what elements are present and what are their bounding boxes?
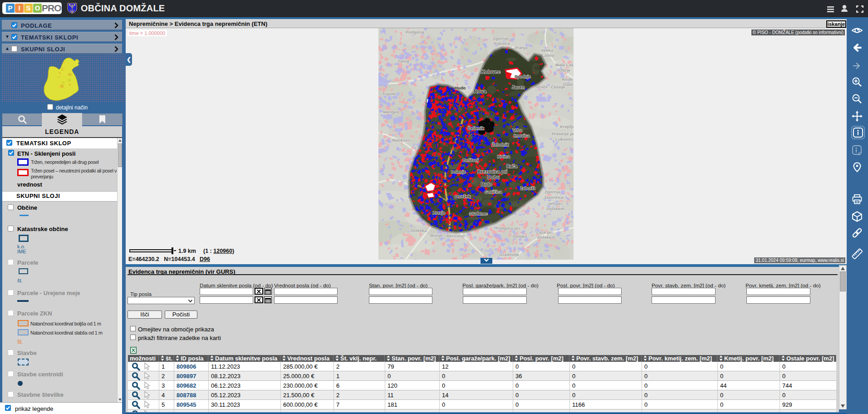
svg-text:Studenec: Studenec <box>469 212 488 216</box>
svg-text:Jasen: Jasen <box>512 85 525 90</box>
svg-text:Vrh pri: Vrh pri <box>548 201 562 206</box>
svg-text:Zalog: Zalog <box>397 59 409 64</box>
svg-text:Javoršica: Javoršica <box>544 195 564 200</box>
svg-text:Preserje pri: Preserje pri <box>552 131 574 136</box>
svg-text:Dolskem: Dolskem <box>546 206 564 211</box>
svg-text:Brdo: Brdo <box>481 182 492 187</box>
svg-text:Laze pri: Laze pri <box>536 230 553 235</box>
svg-text:Obrje: Obrje <box>559 68 570 73</box>
svg-text:Mengeš: Mengeš <box>383 109 399 114</box>
svg-text:Kolovec: Kolovec <box>481 69 500 74</box>
svg-text:Podgorje: Podgorje <box>406 30 424 34</box>
svg-text:Želodnik: Želodnik <box>492 142 509 147</box>
svg-text:Boštanj: Boštanj <box>463 158 479 163</box>
svg-text:Zaboršt: Zaboršt <box>520 186 535 191</box>
svg-text:Brezje: Brezje <box>433 211 445 215</box>
svg-text:Podgora pri: Podgora pri <box>495 226 520 231</box>
svg-text:Kreplje: Kreplje <box>560 124 574 129</box>
svg-text:Gradovlje: Gradovlje <box>499 252 519 257</box>
svg-text:Mala Lašna: Mala Lašna <box>555 62 574 67</box>
svg-text:Topole: Topole <box>382 91 396 96</box>
svg-text:Lukovici: Lukovici <box>555 137 573 142</box>
svg-text:Češenik: Češenik <box>467 126 484 131</box>
svg-text:Vrba: Vrba <box>513 128 522 133</box>
svg-text:Lašna: Lašna <box>542 53 554 58</box>
svg-text:Dobu: Dobu <box>487 174 500 180</box>
svg-text:Dolenje: Dolenje <box>451 170 466 174</box>
svg-text:Rova: Rova <box>474 89 487 94</box>
svg-text:Spodnje: Spodnje <box>515 74 531 79</box>
svg-text:Brezovica pri: Brezovica pri <box>477 169 507 174</box>
svg-text:Dolsko: Dolsko <box>513 234 527 239</box>
svg-text:Velika: Velika <box>541 48 554 53</box>
svg-text:Češnje: Češnje <box>551 84 565 89</box>
svg-text:Rode: Rode <box>562 77 573 82</box>
svg-text:1.9 km: 1.9 km <box>178 248 196 254</box>
svg-text:Goričica: Goričica <box>485 189 502 194</box>
svg-text:g: g <box>858 151 861 155</box>
svg-text:Brinje: Brinje <box>430 233 442 238</box>
svg-text:Vranja: Vranja <box>515 45 528 50</box>
svg-text:Beričevo: Beričevo <box>446 233 465 238</box>
svg-text:Krtina: Krtina <box>497 154 510 159</box>
svg-text:Zgornje: Zgornje <box>493 36 509 41</box>
svg-text:Ostržek: Ostržek <box>455 194 471 199</box>
svg-text:Imovica: Imovica <box>514 133 530 138</box>
svg-text:Palovče: Palovče <box>494 41 510 46</box>
svg-text:Soteska: Soteska <box>410 228 427 233</box>
svg-text:Hudo: Hudo <box>455 85 466 90</box>
svg-text:Mačkovci: Mačkovci <box>392 138 412 143</box>
svg-text:Dolskem: Dolskem <box>537 235 555 240</box>
svg-text:Rača: Rača <box>506 164 517 169</box>
svg-text:Zgornja: Zgornja <box>544 189 561 194</box>
